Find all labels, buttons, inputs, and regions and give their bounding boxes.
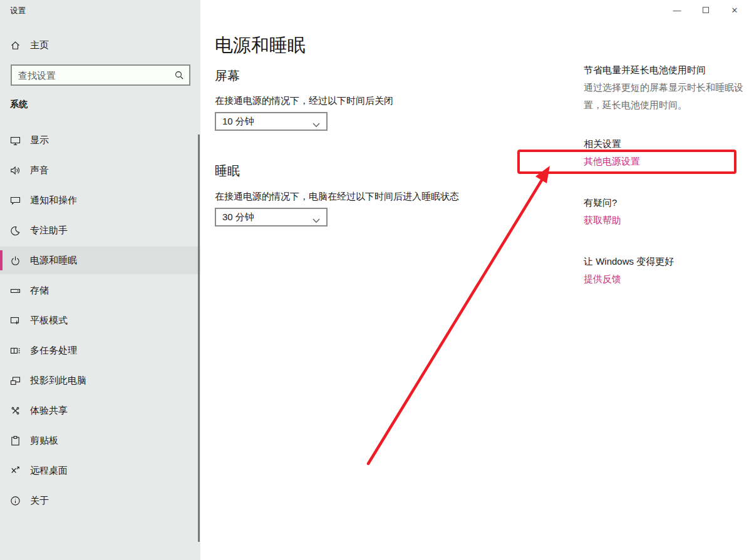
- sidebar-item-about[interactable]: 关于: [0, 487, 200, 514]
- sidebar-item-projecting[interactable]: 投影到此电脑: [0, 367, 200, 394]
- sleep-timeout-dropdown[interactable]: 30 分钟: [215, 208, 328, 227]
- sidebar-item-label: 专注助手: [30, 225, 68, 237]
- additional-power-settings-link[interactable]: 其他电源设置: [584, 156, 640, 168]
- app-title: 设置: [10, 6, 26, 16]
- close-icon: ✕: [731, 6, 738, 15]
- screen-section-heading: 屏幕: [215, 68, 240, 84]
- sidebar-item-label: 剪贴板: [30, 435, 58, 447]
- sidebar-item-clipboard[interactable]: 剪贴板: [0, 427, 200, 454]
- related-settings-heading: 相关设置: [584, 138, 746, 150]
- sidebar-item-display[interactable]: 显示: [0, 126, 200, 154]
- sidebar-item-label: 关于: [30, 495, 49, 507]
- search-icon[interactable]: [174, 70, 184, 80]
- sidebar-item-storage[interactable]: 存储: [0, 277, 200, 304]
- sidebar-item-label: 体验共享: [30, 405, 68, 417]
- project-icon: [10, 375, 21, 386]
- shared-experiences-icon: [10, 405, 21, 416]
- sidebar-item-multitasking[interactable]: 多任务处理: [0, 337, 200, 364]
- sidebar-scrollbar[interactable]: [198, 135, 200, 542]
- battery-tip-line: 置，延长电池使用时间。: [584, 96, 746, 114]
- settings-window: { "window": { "app_title": "设置", "contro…: [0, 0, 749, 560]
- sidebar: 设置 主页 系统 显示 声音 通知和操作: [0, 0, 200, 560]
- sidebar-item-label: 存储: [30, 285, 49, 297]
- sidebar-item-label: 平板模式: [30, 315, 68, 327]
- screen-timeout-dropdown[interactable]: 10 分钟: [215, 112, 328, 131]
- home-icon: [10, 40, 21, 51]
- storage-icon: [10, 285, 21, 296]
- sidebar-item-focus-assist[interactable]: 专注助手: [0, 216, 200, 244]
- sidebar-item-label: 电源和睡眠: [30, 255, 77, 267]
- search-box[interactable]: [11, 64, 190, 86]
- display-icon: [10, 135, 21, 146]
- sound-icon: [10, 165, 21, 176]
- page-title: 电源和睡眠: [215, 33, 306, 58]
- feedback-heading: 让 Windows 变得更好: [584, 256, 746, 268]
- search-input[interactable]: [12, 70, 174, 81]
- close-button[interactable]: ✕: [720, 0, 749, 20]
- clipboard-icon: [10, 435, 21, 446]
- get-help-link[interactable]: 获取帮助: [584, 215, 621, 227]
- sidebar-item-shared-experiences[interactable]: 体验共享: [0, 397, 200, 424]
- maximize-icon: [703, 7, 709, 13]
- selected-accent-bar: [0, 250, 3, 270]
- sleep-section-heading: 睡眠: [215, 163, 240, 180]
- sleep-timeout-value: 30 分钟: [222, 211, 313, 223]
- give-feedback-link[interactable]: 提供反馈: [584, 273, 621, 285]
- tablet-mode-icon: [10, 315, 21, 326]
- sidebar-item-notifications[interactable]: 通知和操作: [0, 186, 200, 214]
- sidebar-item-label: 显示: [30, 135, 49, 146]
- sidebar-item-remote-desktop[interactable]: 远程桌面: [0, 457, 200, 484]
- notifications-icon: [10, 195, 21, 206]
- screen-timeout-value: 10 分钟: [222, 116, 313, 128]
- window-controls: — ✕: [663, 0, 749, 20]
- battery-tip-heading: 节省电量并延长电池使用时间: [584, 64, 746, 76]
- battery-tip-line: 通过选择更短的屏幕显示时长和睡眠设: [584, 79, 746, 96]
- sidebar-item-power-sleep[interactable]: 电源和睡眠: [0, 247, 200, 274]
- maximize-button[interactable]: [691, 0, 720, 20]
- sidebar-item-label: 声音: [30, 165, 49, 176]
- minimize-button[interactable]: —: [663, 0, 691, 20]
- multitasking-icon: [10, 345, 21, 356]
- chevron-down-icon: [313, 215, 320, 220]
- sidebar-item-label: 投影到此电脑: [30, 375, 86, 387]
- minimize-icon: —: [673, 6, 681, 15]
- battery-tip-body: 通过选择更短的屏幕显示时长和睡眠设 置，延长电池使用时间。: [584, 79, 746, 114]
- help-heading: 有疑问?: [584, 197, 746, 209]
- sidebar-item-home[interactable]: 主页: [10, 38, 49, 52]
- screen-section-description: 在接通电源的情况下，经过以下时间后关闭: [215, 95, 393, 107]
- sleep-section-description: 在接通电源的情况下，电脑在经过以下时间后进入睡眠状态: [215, 191, 459, 203]
- chevron-down-icon: [313, 119, 320, 124]
- sidebar-nav: 显示 声音 通知和操作 专注助手 电源和睡眠: [0, 126, 200, 517]
- sidebar-item-label: 远程桌面: [30, 465, 68, 477]
- sidebar-item-label: 通知和操作: [30, 195, 77, 206]
- sidebar-item-tablet-mode[interactable]: 平板模式: [0, 307, 200, 334]
- sidebar-item-label: 多任务处理: [30, 345, 77, 357]
- focus-assist-icon: [10, 225, 21, 236]
- about-icon: [10, 496, 21, 506]
- sidebar-item-sound[interactable]: 声音: [0, 156, 200, 184]
- power-icon: [10, 255, 21, 266]
- sidebar-item-label: 主页: [30, 39, 49, 51]
- sidebar-section-system: 系统: [10, 99, 28, 110]
- remote-desktop-icon: [10, 466, 21, 476]
